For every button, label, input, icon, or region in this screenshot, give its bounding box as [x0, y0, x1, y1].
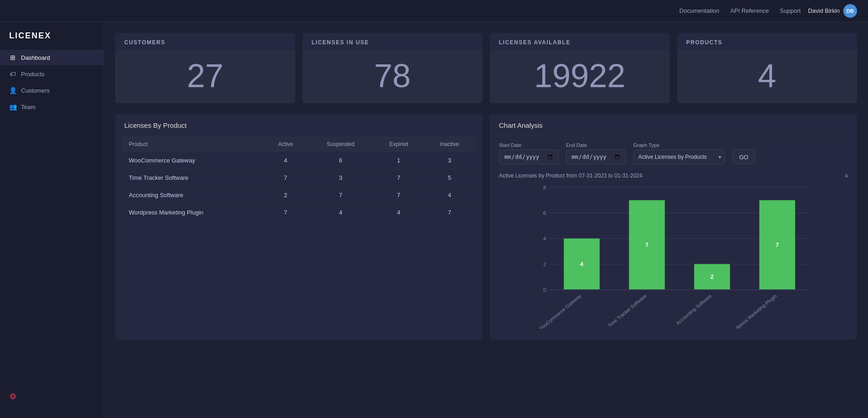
- stat-card-licenses-in-use: LICENSES IN USE 78: [302, 33, 482, 103]
- bar-chart-svg: 024684WooCommerce Gateway7Time Tracker S…: [499, 183, 848, 329]
- cell-active: 7: [263, 169, 308, 187]
- cell-inactive: 7: [424, 204, 475, 221]
- start-date-label: Start Date: [499, 142, 559, 148]
- team-icon: 👥: [9, 103, 16, 110]
- stat-card-licenses-available: LICENSES AVAILABLE 19922: [490, 33, 670, 103]
- cell-product: Wordpress Marketing Plugin: [122, 204, 263, 221]
- sidebar-item-products[interactable]: 🏷 Products: [0, 66, 104, 82]
- svg-text:2: 2: [710, 273, 714, 280]
- sidebar-label-dashboard: Dashboard: [21, 54, 50, 61]
- svg-text:8: 8: [543, 184, 546, 190]
- cell-product: Time Tracker Software: [122, 169, 263, 187]
- sidebar-label-products: Products: [21, 71, 44, 78]
- settings-icon[interactable]: ⚙: [9, 392, 16, 401]
- graph-type-label: Graph Type: [633, 142, 725, 148]
- stat-value-products: 4: [677, 50, 857, 103]
- table-row: Wordpress Marketing Plugin 7 4 4 7: [122, 204, 475, 221]
- cell-inactive: 3: [424, 152, 475, 169]
- cell-expired: 1: [373, 152, 424, 169]
- graph-type-select-wrapper: Active Licenses by ProductsActive Licens…: [633, 150, 725, 164]
- cell-active: 2: [263, 187, 308, 204]
- svg-text:2: 2: [543, 261, 546, 267]
- cell-active: 7: [263, 204, 308, 221]
- main-content: CUSTOMERS 27 LICENSES IN USE 78 LICENSES…: [104, 22, 868, 418]
- end-date-input[interactable]: [566, 150, 626, 164]
- tag-icon: 🏷: [9, 70, 16, 78]
- cell-expired: 4: [373, 204, 424, 221]
- table-row: Time Tracker Software 7 3 7 5: [122, 169, 475, 187]
- col-expired: Expired: [373, 136, 424, 152]
- cell-suspended: 7: [308, 187, 373, 204]
- stat-label-licenses-available: LICENSES AVAILABLE: [490, 33, 670, 50]
- sidebar-item-team[interactable]: 👥 Team: [0, 99, 104, 115]
- end-date-group: End Date: [566, 142, 626, 164]
- stats-row: CUSTOMERS 27 LICENSES IN USE 78 LICENSES…: [115, 33, 857, 103]
- user-badge[interactable]: David Birkin DB: [808, 4, 857, 18]
- user-avatar: DB: [843, 4, 857, 18]
- cell-expired: 7: [373, 169, 424, 187]
- col-product: Product: [122, 136, 263, 152]
- user-name: David Birkin: [808, 7, 840, 14]
- start-date-group: Start Date: [499, 142, 559, 164]
- cell-expired: 7: [373, 187, 424, 204]
- graph-type-group: Graph Type Active Licenses by ProductsAc…: [633, 142, 725, 164]
- cell-product: WooCommerce Gateway: [122, 152, 263, 169]
- chart-panel-title: Chart Analysis: [490, 114, 857, 136]
- col-active: Active: [263, 136, 308, 152]
- svg-text:Time Tracker Software: Time Tracker Software: [607, 293, 648, 329]
- start-date-input[interactable]: [499, 150, 559, 164]
- svg-text:4: 4: [580, 261, 584, 267]
- licenses-panel: Licenses By Product Product Active Suspe…: [115, 114, 482, 340]
- chart-area: 024684WooCommerce Gateway7Time Tracker S…: [490, 183, 857, 340]
- svg-text:6: 6: [543, 210, 546, 216]
- stat-label-licenses-in-use: LICENSES IN USE: [302, 33, 482, 50]
- graph-type-select[interactable]: Active Licenses by ProductsActive Licens…: [633, 150, 725, 164]
- end-date-label: End Date: [566, 142, 626, 148]
- svg-text:7: 7: [645, 241, 648, 248]
- table-row: WooCommerce Gateway 4 6 1 3: [122, 152, 475, 169]
- cell-suspended: 3: [308, 169, 373, 187]
- dashboard-icon: ⊞: [9, 54, 16, 61]
- licenses-panel-body: Product Active Suspended Expired Inactiv…: [115, 136, 482, 228]
- chart-menu-icon[interactable]: ≡: [845, 172, 848, 179]
- api-reference-link[interactable]: API Reference: [730, 7, 769, 14]
- svg-text:Accounting Software: Accounting Software: [675, 293, 713, 326]
- svg-text:0: 0: [543, 287, 546, 293]
- app-layout: LICENEX ⊞ Dashboard 🏷 Products 👤 Custome…: [0, 22, 868, 418]
- support-link[interactable]: Support: [780, 7, 801, 14]
- cell-suspended: 6: [308, 152, 373, 169]
- bottom-section: Licenses By Product Product Active Suspe…: [115, 114, 857, 340]
- cell-suspended: 4: [308, 204, 373, 221]
- svg-text:Wordpress Marketing Plugin: Wordpress Marketing Plugin: [728, 293, 778, 329]
- stat-value-licenses-available: 19922: [490, 50, 670, 103]
- svg-text:WooCommerce Gateway: WooCommerce Gateway: [537, 293, 582, 329]
- svg-text:7: 7: [776, 241, 779, 248]
- sidebar-footer: ⚙: [0, 384, 104, 409]
- stat-label-products: PRODUCTS: [677, 33, 857, 50]
- chart-panel: Chart Analysis Start Date End Date Graph…: [490, 114, 857, 340]
- cell-product: Accounting Software: [122, 187, 263, 204]
- cell-inactive: 4: [424, 187, 475, 204]
- sidebar-label-team: Team: [21, 104, 36, 110]
- sidebar-item-dashboard[interactable]: ⊞ Dashboard: [0, 50, 104, 65]
- table-row: Accounting Software 2 7 7 4: [122, 187, 475, 204]
- topnav: Documentation API Reference Support Davi…: [0, 0, 868, 22]
- stat-label-customers: CUSTOMERS: [115, 33, 295, 50]
- svg-text:4: 4: [543, 235, 546, 241]
- sidebar-item-customers[interactable]: 👤 Customers: [0, 83, 104, 98]
- col-suspended: Suspended: [308, 136, 373, 152]
- stat-value-customers: 27: [115, 50, 295, 103]
- sidebar-logo: LICENEX: [0, 31, 104, 50]
- stat-value-licenses-in-use: 78: [302, 50, 482, 103]
- chart-description: Active Licenses by Product from 07-31-20…: [490, 171, 857, 183]
- licenses-table: Product Active Suspended Expired Inactiv…: [122, 136, 475, 221]
- col-inactive: Inactive: [424, 136, 475, 152]
- sidebar-label-customers: Customers: [21, 87, 50, 94]
- chart-controls: Start Date End Date Graph Type Active Li…: [490, 136, 857, 171]
- sidebar: LICENEX ⊞ Dashboard 🏷 Products 👤 Custome…: [0, 22, 104, 418]
- licenses-panel-title: Licenses By Product: [115, 114, 482, 136]
- cell-inactive: 5: [424, 169, 475, 187]
- go-button[interactable]: GO: [732, 150, 755, 164]
- cell-active: 4: [263, 152, 308, 169]
- documentation-link[interactable]: Documentation: [679, 7, 719, 14]
